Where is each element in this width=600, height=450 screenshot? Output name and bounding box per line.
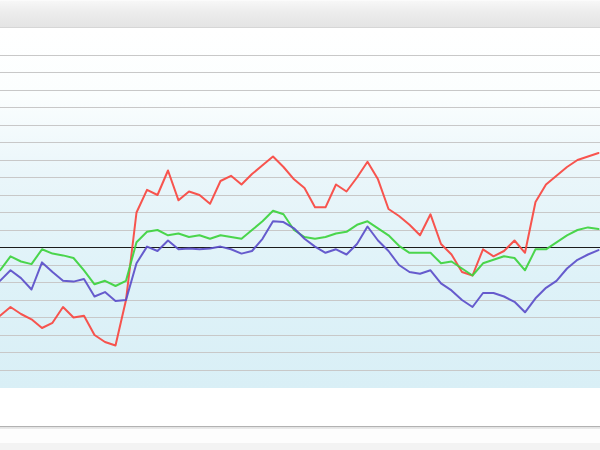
app-window: 24 Oct31 Oct07 Nov14 Nov21 Nov29 Nov06 D… [0, 0, 600, 450]
footer-bottom-band [0, 443, 600, 450]
plot-background [0, 29, 600, 388]
price-comparison-chart[interactable] [0, 29, 600, 388]
top-toolbar [0, 0, 600, 28]
footer-area [0, 429, 600, 443]
chart-panel: 24 Oct31 Oct07 Nov14 Nov21 Nov29 Nov06 D… [0, 29, 600, 388]
axis-lower-margin [0, 409, 600, 426]
